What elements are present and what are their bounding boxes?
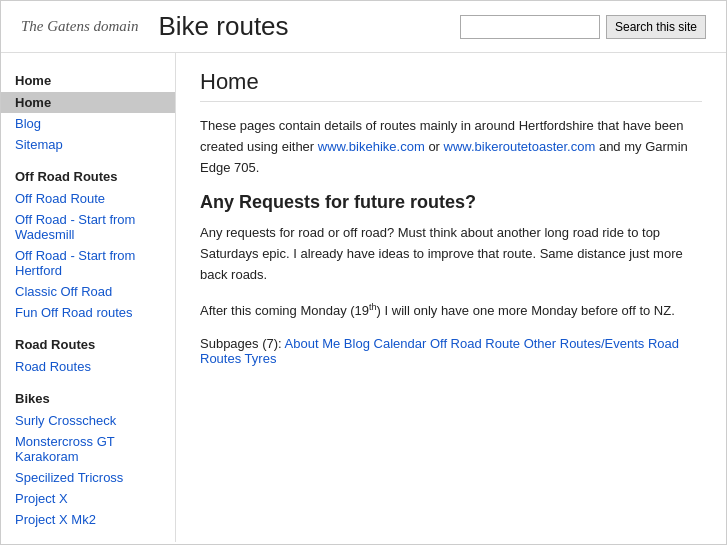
sidebar-item-road-routes[interactable]: Road Routes <box>1 356 175 377</box>
sidebar-item-specilized[interactable]: Specilized Tricross <box>1 467 175 488</box>
page-wrapper: The Gatens domain Bike routes Search thi… <box>0 0 727 545</box>
sidebar-item-surly[interactable]: Surly Crosscheck <box>1 410 175 431</box>
monday-paragraph: After this coming Monday (19th) I will o… <box>200 300 702 322</box>
requests-paragraph: Any requests for road or off road? Must … <box>200 223 702 285</box>
sidebar-item-offroad-hertford[interactable]: Off Road - Start from Hertford <box>1 245 175 281</box>
subpage-tyres[interactable]: Tyres <box>245 351 277 366</box>
sidebar-section-offroad: Off Road Routes <box>1 161 175 188</box>
page-title: Home <box>200 69 702 102</box>
main-content: Home These pages contain details of rout… <box>176 53 726 542</box>
sidebar-item-blog[interactable]: Blog <box>1 113 175 134</box>
bikeroutetoaster-link[interactable]: www.bikeroutetoaster.com <box>444 139 596 154</box>
subpages-section: Subpages (7): About Me Blog Calendar Off… <box>200 336 702 366</box>
sidebar-item-home[interactable]: Home <box>1 92 175 113</box>
sidebar-section-road: Road Routes <box>1 329 175 356</box>
sidebar-section-home: Home <box>1 65 175 92</box>
sidebar-item-fun-offroad[interactable]: Fun Off Road routes <box>1 302 175 323</box>
monday-text-1: After this coming Monday (19 <box>200 303 369 318</box>
subpage-other[interactable]: Other Routes/Events <box>524 336 645 351</box>
site-title: Bike routes <box>159 11 460 42</box>
sidebar-section-bikes: Bikes <box>1 383 175 410</box>
sidebar-item-classic-offroad[interactable]: Classic Off Road <box>1 281 175 302</box>
search-button[interactable]: Search this site <box>606 15 706 39</box>
sidebar-item-monstercross[interactable]: Monstercross GT Karakoram <box>1 431 175 467</box>
subpage-calendar[interactable]: Calendar <box>374 336 427 351</box>
sidebar-item-projectx[interactable]: Project X <box>1 488 175 509</box>
sidebar-item-offroad-wadesmill[interactable]: Off Road - Start from Wadesmill <box>1 209 175 245</box>
sidebar: Home Home Blog Sitemap Off Road Routes O… <box>1 53 176 542</box>
sidebar-item-offroad-route[interactable]: Off Road Route <box>1 188 175 209</box>
subpage-about[interactable]: About Me <box>285 336 341 351</box>
header: The Gatens domain Bike routes Search thi… <box>1 1 726 53</box>
sidebar-item-projectx-mk2[interactable]: Project X Mk2 <box>1 509 175 530</box>
intro-paragraph: These pages contain details of routes ma… <box>200 116 702 178</box>
main-layout: Home Home Blog Sitemap Off Road Routes O… <box>1 53 726 542</box>
search-input[interactable] <box>460 15 600 39</box>
subpage-offroad[interactable]: Off Road Route <box>430 336 520 351</box>
site-logo: The Gatens domain <box>21 18 139 35</box>
sidebar-item-sitemap[interactable]: Sitemap <box>1 134 175 155</box>
intro-mid: or <box>428 139 443 154</box>
monday-text-2: ) I will only have one more Monday befor… <box>377 303 675 318</box>
requests-heading: Any Requests for future routes? <box>200 192 702 213</box>
monday-sup: th <box>369 302 377 312</box>
subpages-label: Subpages (7): <box>200 336 282 351</box>
bikehike-link[interactable]: www.bikehike.com <box>318 139 425 154</box>
search-area: Search this site <box>460 15 706 39</box>
subpage-blog[interactable]: Blog <box>344 336 370 351</box>
